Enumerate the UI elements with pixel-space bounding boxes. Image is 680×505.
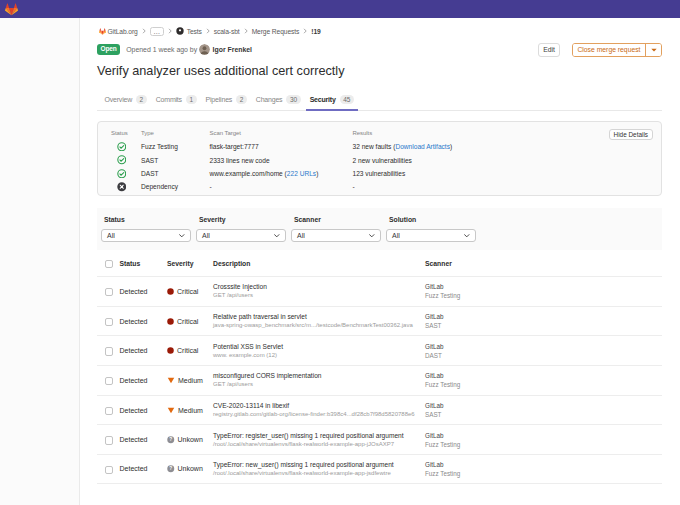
close-merge-request-split-button: Close merge request	[572, 43, 662, 57]
filter-select[interactable]: All	[386, 229, 476, 242]
summary-column-header: Scan Target	[210, 126, 353, 140]
scan-type: SAST	[141, 153, 210, 166]
chevron-right-icon	[168, 28, 172, 34]
severity-label: Medium	[178, 407, 203, 414]
tab-changes[interactable]: Changes 30	[252, 90, 305, 111]
breadcrumb-current: !19	[311, 28, 320, 35]
vulnerability-row: Detected Critical Crosssite Injection GE…	[97, 276, 662, 306]
unknown-severity-icon: ?	[167, 436, 175, 444]
filter-group-severity: Severity All	[196, 216, 286, 250]
security-summary-panel: Status Type Scan Target Results Fuzz Tes…	[97, 121, 662, 196]
vulnerability-severity: ? Unkown	[167, 465, 213, 473]
vulnerability-description: Crosssite Injection GET /api/users	[213, 283, 425, 299]
row-checkbox[interactable]	[105, 466, 113, 474]
hide-details-button[interactable]: Hide Details	[609, 129, 653, 140]
vulnerability-title[interactable]: Potential XSS in Servlet	[213, 343, 425, 351]
tab-count-badge: 2	[136, 95, 147, 104]
vulnerability-location: java-spring-owasp_benchmark/src/m.../tes…	[213, 322, 425, 329]
filter-select[interactable]: All	[101, 229, 191, 242]
row-checkbox[interactable]	[105, 407, 113, 415]
text-fragment: )	[316, 170, 318, 177]
row-checkbox[interactable]	[105, 318, 113, 326]
tab-commits[interactable]: Commits 1	[152, 90, 201, 111]
vulnerability-title[interactable]: CVE-2020-13114 in libexif	[213, 402, 425, 410]
vulnerability-title[interactable]: Crosssite Injection	[213, 283, 425, 291]
chevron-down-icon	[179, 234, 185, 238]
filter-label: Scanner	[294, 216, 381, 224]
column-header-severity: Severity	[167, 260, 213, 268]
svg-text:?: ?	[169, 467, 172, 472]
mr-author-name[interactable]: Igor Frenkel	[213, 46, 252, 53]
row-checkbox[interactable]	[105, 347, 113, 355]
inline-link[interactable]: 222 URLs	[287, 170, 316, 177]
tab-count-badge: 45	[340, 95, 354, 104]
text-fragment: www.example.com/home (	[210, 170, 287, 177]
tab-label: Overview	[105, 96, 133, 103]
scanner-name: Fuzz Testing	[425, 381, 662, 388]
breadcrumb-root[interactable]: GitLab.org	[108, 28, 138, 35]
text-fragment: 123 vulnerabilities	[353, 170, 406, 177]
breadcrumb-group[interactable]: Tests	[187, 28, 202, 35]
medium-icon-cell	[167, 376, 175, 384]
scan-results: -	[353, 180, 652, 193]
vulnerability-location: GET /api/users	[213, 381, 425, 388]
row-checkbox[interactable]	[105, 377, 113, 385]
scanner-name: SAST	[425, 322, 662, 329]
gitlab-org-avatar-icon	[99, 28, 106, 35]
critical-severity-icon	[167, 288, 174, 295]
mr-actions: Edit Close merge request	[538, 43, 662, 57]
filter-group-status: Status All	[101, 216, 191, 250]
row-checkbox[interactable]	[105, 436, 113, 444]
mr-meta-text: Opened 1 week ago by	[126, 46, 197, 53]
filter-select[interactable]: All	[291, 229, 381, 242]
chevron-right-icon	[206, 28, 210, 34]
vulnerability-row: Detected Critical Relative path traversa…	[97, 306, 662, 336]
row-checkbox[interactable]	[105, 288, 113, 296]
author-avatar[interactable]	[199, 44, 210, 55]
scanner-vendor: GitLab	[425, 461, 662, 469]
tab-security[interactable]: Security 45	[306, 90, 358, 111]
close-merge-request-button[interactable]: Close merge request	[573, 44, 645, 56]
inline-link[interactable]: Download Artifacts	[395, 143, 450, 150]
tab-count-badge: 2	[236, 95, 247, 104]
vulnerability-filters-bar: Status All Severity All Scanner All Solu…	[97, 208, 662, 250]
success-icon-cell	[111, 167, 141, 180]
edit-button[interactable]: Edit	[538, 43, 560, 57]
scanner-vendor: GitLab	[425, 402, 662, 410]
filter-selected-value: All	[107, 232, 115, 239]
vulnerability-severity: Medium	[167, 406, 213, 414]
summary-column-header: Type	[141, 126, 210, 140]
breadcrumb-project[interactable]: scala-sbt	[214, 28, 240, 35]
scanner-vendor: GitLab	[425, 313, 662, 321]
gitlab-logo-icon[interactable]	[5, 3, 18, 16]
security-summary-table: Status Type Scan Target Results Fuzz Tes…	[111, 126, 651, 194]
vulnerability-description: CVE-2020-13114 in libexif registry.gitla…	[213, 402, 425, 418]
tab-overview[interactable]: Overview 2	[101, 90, 151, 111]
medium-severity-icon	[167, 406, 175, 414]
breadcrumb-section[interactable]: Merge Requests	[252, 28, 300, 35]
vulnerability-location: www. example.com (12)	[213, 352, 425, 359]
vulnerability-status: Detected	[120, 465, 168, 472]
vulnerability-title[interactable]: TypeError: new_user() missing 1 required…	[213, 461, 425, 469]
scanner-name: SAST	[425, 411, 662, 418]
chevron-down-icon	[464, 234, 470, 238]
breadcrumb: GitLab.org … Tests scala-sbt Merge Reque…	[99, 25, 321, 37]
text-fragment: 32 new faults (	[353, 143, 396, 150]
select-all-checkbox[interactable]	[105, 260, 113, 268]
breadcrumb-ellipsis-button[interactable]: …	[150, 27, 164, 36]
vulnerability-location: registry.gitlab.com/gitlab-org/license-f…	[213, 411, 425, 418]
chevron-right-icon	[303, 28, 307, 34]
vulnerability-title[interactable]: TypeError: register_user() missing 1 req…	[213, 432, 425, 440]
column-header-status: Status	[120, 260, 168, 268]
vulnerability-title[interactable]: misconfigured CORS implementation	[213, 372, 425, 380]
caret-down-icon	[651, 48, 657, 52]
vulnerability-title[interactable]: Relative path traversal in servlet	[213, 313, 425, 321]
filter-selected-value: All	[392, 232, 400, 239]
tab-pipelines[interactable]: Pipelines 2	[202, 90, 251, 111]
svg-text:?: ?	[169, 437, 172, 442]
filter-select[interactable]: All	[196, 229, 286, 242]
mr-state-badge: Open	[97, 44, 120, 56]
group-avatar-icon	[176, 27, 184, 35]
close-options-caret-button[interactable]	[646, 44, 661, 56]
vulnerability-location: /root/.local/share/virtualenvs/flask-rea…	[213, 441, 425, 448]
